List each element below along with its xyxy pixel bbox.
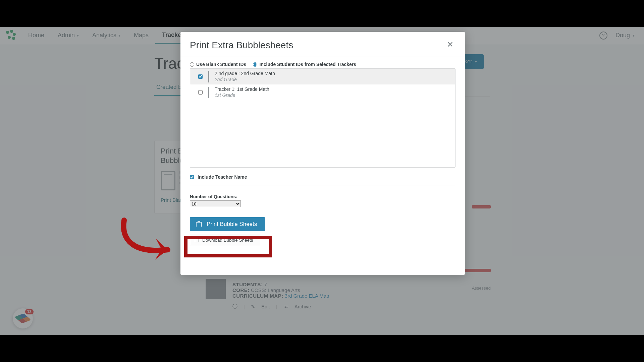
printer-icon — [196, 222, 202, 227]
print-bubblesheets-button[interactable]: Print Bubble Sheets — [190, 217, 265, 231]
tracker-select-item[interactable]: 2 nd grade : 2nd Grade Math 2nd Grade — [190, 69, 455, 84]
print-bubblesheets-modal: Print Extra Bubblesheets ✕ Use Blank Stu… — [180, 32, 465, 275]
tracker-checkbox[interactable] — [198, 90, 203, 95]
numq-select[interactable]: 10 — [190, 200, 241, 207]
tracker-select-list: 2 nd grade : 2nd Grade Math 2nd Grade Tr… — [190, 68, 455, 168]
tracker-select-item[interactable]: Tracker 1: 1st Grade Math 1st Grade — [190, 84, 455, 100]
download-icon — [195, 238, 199, 242]
tracker-checkbox[interactable] — [198, 74, 203, 79]
radio-blank-ids[interactable]: Use Blank Student IDs — [190, 62, 246, 67]
include-teacher-checkbox[interactable]: Include Teacher Name — [190, 171, 455, 185]
radio-include-ids[interactable]: Include Student IDs from Selected Tracke… — [253, 62, 356, 67]
close-icon[interactable]: ✕ — [445, 40, 455, 49]
download-bubblesheets-button[interactable]: Download Bubble Sheets — [190, 235, 260, 245]
modal-title: Print Extra Bubblesheets — [190, 40, 293, 51]
numq-label: Number of Questions: — [190, 194, 237, 199]
